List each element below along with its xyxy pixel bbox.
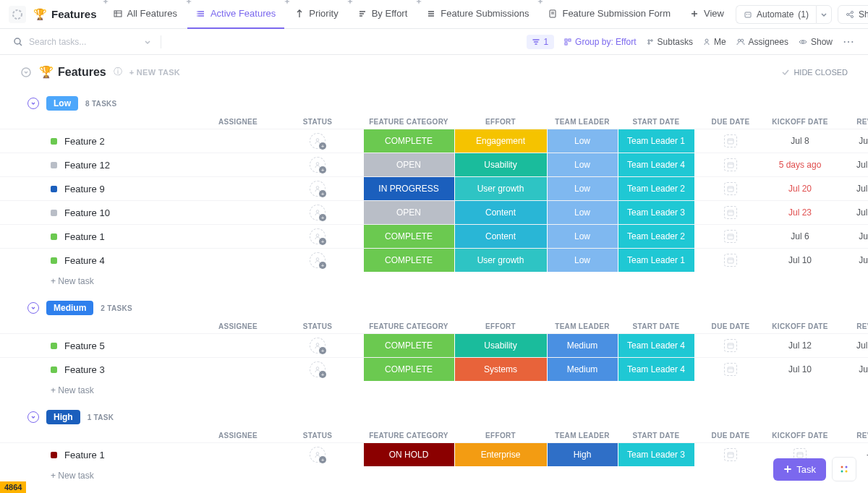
status-cell[interactable]: COMPLETE [364, 225, 454, 248]
status-cell[interactable]: OPEN [364, 201, 454, 224]
effort-cell[interactable]: Low [548, 225, 618, 248]
col-due[interactable]: DUE DATE [694, 320, 767, 333]
collapse-all-icon[interactable] [20, 67, 32, 78]
task-row[interactable]: Feature 12 OPEN Usability Low Team Leade… [0, 153, 868, 176]
category-cell[interactable]: Usability [455, 334, 547, 357]
collapse-toggle[interactable] [27, 302, 39, 314]
calendar-icon[interactable] [724, 448, 737, 461]
search-input[interactable] [29, 37, 137, 47]
assignee-cell[interactable] [272, 249, 363, 272]
status-cell[interactable]: COMPLETE [364, 129, 454, 153]
leader-cell[interactable]: Team Leader 2 [618, 225, 694, 248]
kickoff-cell[interactable]: Jul 3 [833, 225, 868, 248]
more-button[interactable]: ⋯ [843, 35, 855, 48]
calendar-icon[interactable] [724, 206, 737, 219]
col-status[interactable]: STATUS [272, 429, 363, 442]
status-cell[interactable]: COMPLETE [364, 249, 454, 272]
effort-cell[interactable]: Low [548, 129, 618, 153]
col-leader[interactable]: TEAM LEADER [547, 115, 618, 129]
assignee-cell[interactable] [272, 225, 363, 248]
task-name-cell[interactable]: Feature 12 [41, 153, 272, 176]
calendar-icon[interactable] [724, 230, 737, 243]
tab-priority[interactable]: Priority [286, 0, 346, 29]
calendar-icon[interactable] [724, 254, 737, 267]
tab-active-features[interactable]: Active Features [187, 0, 284, 29]
assignee-placeholder[interactable] [310, 338, 326, 353]
hide-closed-button[interactable]: HIDE CLOSED [781, 68, 848, 77]
effort-cell[interactable]: Low [548, 249, 618, 272]
kickoff-cell[interactable]: Jul 6 [833, 129, 868, 153]
col-category[interactable]: FEATURE CATEGORY [363, 320, 454, 333]
leader-cell[interactable]: Team Leader 1 [618, 249, 694, 272]
calendar-icon[interactable] [724, 158, 737, 171]
effort-cell[interactable]: Medium [548, 358, 618, 381]
new-task-row[interactable]: + New task [0, 466, 868, 485]
task-row[interactable]: Feature 5 COMPLETE Usability Medium Team… [0, 333, 868, 357]
col-start[interactable]: START DATE [618, 429, 694, 442]
status-cell[interactable]: COMPLETE [364, 334, 454, 357]
col-review[interactable]: REVIE [833, 320, 868, 333]
assignee-placeholder[interactable] [310, 252, 326, 268]
collapse-toggle[interactable] [27, 98, 39, 109]
chevron-down-icon[interactable] [143, 38, 152, 46]
assignee-placeholder[interactable] [310, 205, 326, 220]
col-assignee[interactable]: ASSIGNEE [41, 115, 272, 129]
calendar-icon[interactable] [724, 363, 737, 376]
col-effort[interactable]: EFFORT [454, 115, 547, 129]
leader-cell[interactable]: Team Leader 4 [618, 358, 694, 381]
col-assignee[interactable]: ASSIGNEE [41, 429, 272, 442]
effort-pill[interactable]: Medium [46, 301, 93, 315]
leader-cell[interactable]: Team Leader 1 [618, 129, 694, 153]
start-cell[interactable] [694, 443, 767, 466]
due-cell[interactable]: Jul 20 [767, 177, 833, 200]
status-cell[interactable]: OPEN [364, 153, 454, 176]
assignee-placeholder[interactable] [310, 157, 326, 173]
col-start[interactable]: START DATE [618, 320, 694, 333]
task-row[interactable]: Feature 1 COMPLETE Content Low Team Lead… [0, 224, 868, 248]
assignee-placeholder[interactable] [310, 181, 326, 197]
col-assignee[interactable]: ASSIGNEE [41, 320, 272, 333]
assignee-cell[interactable] [272, 129, 363, 153]
col-effort[interactable]: EFFORT [454, 320, 547, 333]
task-row[interactable]: Feature 10 OPEN Content Low Team Leader … [0, 200, 868, 224]
category-cell[interactable]: Systems [455, 358, 547, 381]
effort-cell[interactable]: Low [548, 177, 618, 200]
effort-pill[interactable]: High [46, 410, 80, 424]
new-task-row[interactable]: + New task [0, 272, 868, 291]
tab-feature-submission-form[interactable]: Feature Submission Form [539, 0, 679, 29]
task-name-cell[interactable]: Feature 9 [41, 177, 272, 200]
col-category[interactable]: FEATURE CATEGORY [363, 115, 454, 129]
show-button[interactable]: Show [799, 37, 833, 47]
effort-pill[interactable]: Low [46, 96, 78, 111]
col-review[interactable]: REVIE [833, 429, 868, 442]
category-cell[interactable]: Content [455, 201, 547, 224]
assignee-placeholder[interactable] [310, 133, 326, 149]
new-task-fab[interactable]: Task [773, 458, 826, 481]
assignee-placeholder[interactable] [310, 447, 326, 463]
category-cell[interactable]: Usability [455, 153, 547, 176]
due-cell[interactable]: Jul 12 [767, 334, 833, 357]
start-cell[interactable] [694, 201, 767, 224]
me-button[interactable]: Me [703, 37, 726, 47]
start-cell[interactable] [694, 153, 767, 176]
status-cell[interactable]: ON HOLD [364, 443, 454, 466]
assignee-placeholder[interactable] [310, 228, 326, 244]
col-kickoff[interactable]: KICKOFF DATE [767, 429, 833, 442]
task-row[interactable]: Feature 9 IN PROGRESS User growth Low Te… [0, 176, 868, 200]
share-button[interactable]: Share [838, 5, 868, 24]
col-kickoff[interactable]: KICKOFF DATE [767, 320, 833, 333]
task-name-cell[interactable]: Feature 1 [41, 443, 272, 466]
due-cell[interactable]: Jul 8 [767, 129, 833, 153]
category-cell[interactable]: User growth [455, 249, 547, 272]
col-due[interactable]: DUE DATE [694, 429, 767, 442]
tab-by-effort[interactable]: By Effort [349, 0, 417, 29]
task-name-cell[interactable]: Feature 4 [41, 249, 272, 272]
due-cell[interactable]: Jul 10 [767, 249, 833, 272]
task-row[interactable]: Feature 2 COMPLETE Engagement Low Team L… [0, 129, 868, 153]
kickoff-cell[interactable]: Jul 8 [833, 249, 868, 272]
assignee-cell[interactable] [272, 201, 363, 224]
col-category[interactable]: FEATURE CATEGORY [363, 429, 454, 442]
apps-fab[interactable] [832, 457, 856, 481]
calendar-icon[interactable] [724, 182, 737, 195]
assignee-cell[interactable] [272, 177, 363, 200]
